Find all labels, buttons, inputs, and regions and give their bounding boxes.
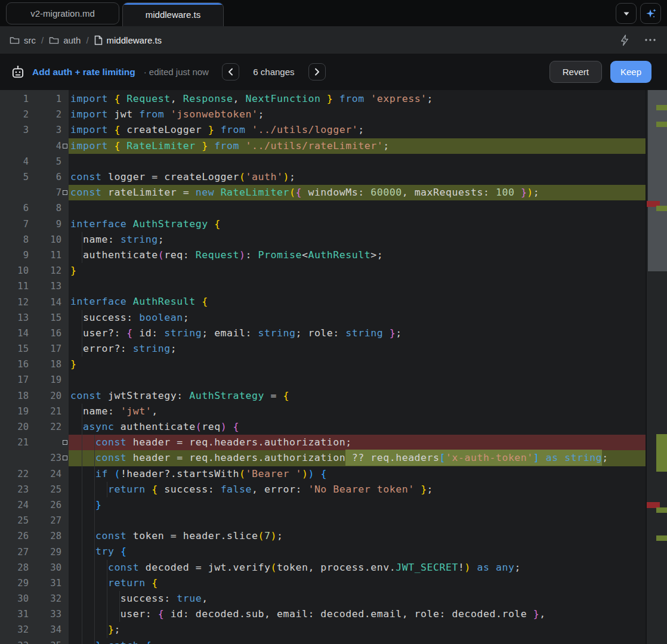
code-row[interactable]: 68 [0,200,646,216]
gutter: 2729 [0,544,69,559]
code-row[interactable]: 21 const header = req.headers.authorizat… [0,435,646,450]
code-row[interactable]: 2830 const decoded = jwt.verify(token, p… [0,560,646,575]
code-row[interactable]: 2325 return { success: false, error: 'No… [0,482,646,497]
code-row[interactable]: 911 authenticate(req: Request): Promise<… [0,247,646,263]
diff-review-bar: Add auth + rate limiting · edited just n… [0,54,667,90]
code-row[interactable]: 1820const jwtStrategy: AuthStrategy = { [0,388,646,404]
code-line: user: { id: decoded.sub, email: decoded.… [69,606,646,622]
zap-icon[interactable] [619,34,630,47]
code-row[interactable]: 1315 success: boolean; [0,310,646,326]
line-number-new: 34 [29,624,61,635]
code-row[interactable]: 3335 } catch { [0,638,646,644]
code-row[interactable]: 1517 error?: string; [0,341,646,357]
marker-space [61,466,69,482]
code-row[interactable]: 2931 return { [0,575,646,591]
scrollbar[interactable] [646,90,667,644]
gutter: 2628 [0,528,69,544]
code-row[interactable]: 3133 user: { id: decoded.sub, email: dec… [0,606,646,622]
code-row[interactable]: 4import { RateLimiter } from '../utils/r… [0,138,646,154]
line-number-old: 13 [0,312,29,323]
code-row[interactable]: 7const rateLimiter = new RateLimiter({ w… [0,185,646,200]
code-row[interactable]: 2729 try { [0,544,646,559]
code-row[interactable]: 2628 const token = header.slice(7); [0,528,646,544]
marker-space [61,169,69,185]
code-row[interactable]: 33import { createLogger } from '../utils… [0,122,646,138]
line-number-new: 8 [29,203,61,213]
code-row[interactable]: 3032 success: true, [0,591,646,606]
line-number-new: 14 [29,297,61,308]
line-number-new: 15 [29,312,61,323]
change-title: Add auth + rate limiting [32,67,135,78]
code-row[interactable]: 2224 if (!header?.startsWith('Bearer '))… [0,466,646,482]
code-row[interactable]: 79interface AuthStrategy { [0,216,646,232]
line-number-new: 27 [29,515,61,526]
edited-status: · edited just now [144,67,209,77]
line-number-old: 26 [0,531,29,541]
ellipsis-icon[interactable] [644,38,656,42]
gutter: 3032 [0,591,69,606]
breadcrumb-auth[interactable]: auth [49,35,81,45]
line-number-old: 25 [0,515,29,526]
line-number-new: 1 [29,94,61,104]
code-row[interactable]: 1113 [0,278,646,294]
code-row[interactable]: 2426 } [0,497,646,513]
line-number-new: 11 [29,250,61,261]
line-number-new: 6 [29,172,61,182]
code-row[interactable]: 1416 user?: { id: string; email: string;… [0,326,646,341]
code-line: async authenticate(req) { [69,419,646,435]
code-row[interactable]: 1719 [0,372,646,388]
marker-space [61,482,69,497]
line-number-new: 17 [29,343,61,354]
code-editor[interactable]: 11import { Request, Response, NextFuncti… [0,90,667,644]
line-number-old: 27 [0,547,29,558]
marker-space [61,107,69,122]
line-number-new: 2 [29,109,61,120]
code-row[interactable]: 2527 [0,513,646,528]
new-ai-tab-button[interactable] [640,3,661,24]
code-row[interactable]: 1214interface AuthResult { [0,294,646,309]
gutter: 3234 [0,622,69,637]
breadcrumb-src[interactable]: src [10,35,36,45]
file-icon [94,35,103,45]
marker-space [61,91,69,107]
gutter: 1416 [0,326,69,341]
gutter: 1012 [0,263,69,278]
breadcrumb-file[interactable]: middleware.ts [94,35,162,45]
code-line: const logger = createLogger('auth'); [69,169,646,185]
code-row[interactable]: 23 const header = req.headers.authorizat… [0,450,646,466]
code-row[interactable]: 3234 }; [0,622,646,637]
code-row[interactable]: 1012} [0,263,646,278]
breadcrumb-separator: / [86,35,88,45]
line-number-old: 22 [0,469,29,479]
tab-dropdown-button[interactable] [616,3,637,24]
tab-v2-migration[interactable]: v2-migration.md [6,2,119,24]
code-line [69,154,646,169]
line-number-new: 33 [29,609,61,620]
diff-marker [61,435,69,450]
gutter: 23 [0,450,69,466]
code-row[interactable]: 1921 name: 'jwt', [0,404,646,419]
code-row[interactable]: 56const logger = createLogger('auth'); [0,169,646,185]
revert-button[interactable]: Revert [549,61,602,83]
scrollbar-thumb[interactable] [648,90,667,271]
code-row[interactable]: 2022 async authenticate(req) { [0,419,646,435]
prev-change-button[interactable] [222,63,239,80]
code-line: authenticate(req: Request): Promise<Auth… [69,247,646,263]
keep-button[interactable]: Keep [610,61,651,83]
code-row[interactable]: 810 name: string; [0,232,646,247]
gutter: 1719 [0,372,69,388]
next-change-button[interactable] [308,63,326,80]
line-number-new: 13 [29,281,61,292]
tab-middleware[interactable]: middleware.ts [122,2,224,26]
code-line [69,372,646,388]
line-number-old: 29 [0,578,29,589]
line-number-old: 33 [0,640,29,644]
code-line [69,200,646,216]
code-row[interactable]: 22import jwt from 'jsonwebtoken'; [0,107,646,122]
marker-space [61,310,69,326]
line-number-new: 5 [29,156,61,167]
code-row[interactable]: 1618} [0,357,646,372]
code-row[interactable]: 11import { Request, Response, NextFuncti… [0,91,646,107]
line-number-old: 24 [0,500,29,510]
code-row[interactable]: 45 [0,154,646,169]
